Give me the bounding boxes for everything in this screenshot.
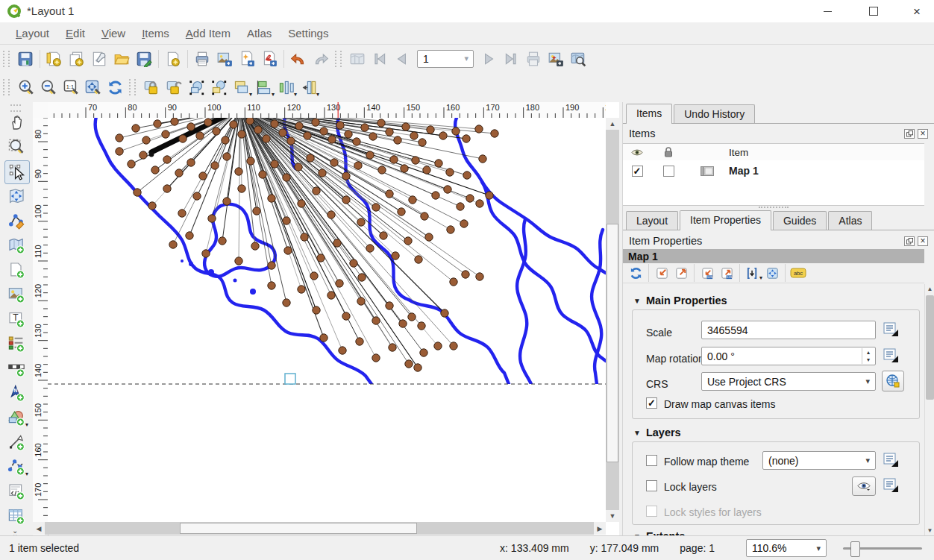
toolbar-drag-handle[interactable] bbox=[335, 51, 342, 67]
preview-atlas-button[interactable] bbox=[567, 48, 589, 70]
add-shape-button[interactable]: ▾ bbox=[4, 406, 28, 429]
items-list-row-map1[interactable]: ✓ Map 1 bbox=[623, 160, 924, 180]
zoom-actual-button[interactable]: 1:1 bbox=[59, 76, 81, 98]
pan-tool-button[interactable] bbox=[4, 111, 28, 133]
toolbar-drag-handle[interactable] bbox=[3, 79, 10, 95]
map-rotation-spinbox[interactable]: 0.00 ° ▴▾ bbox=[701, 347, 876, 365]
layers-section-header[interactable]: ▼ Layers bbox=[633, 427, 681, 438]
tab-guides[interactable]: Guides bbox=[773, 211, 827, 230]
tab-item-properties[interactable]: Item Properties bbox=[680, 210, 771, 230]
save-project-button[interactable] bbox=[14, 48, 37, 70]
zoom-to-map-extent-button[interactable] bbox=[652, 264, 671, 282]
atlas-first-feature-button[interactable] bbox=[369, 48, 391, 70]
ungroup-items-button[interactable] bbox=[207, 76, 230, 98]
select-move-item-tool-button[interactable] bbox=[4, 160, 30, 184]
layout-canvas[interactable] bbox=[48, 118, 606, 522]
float-panel-icon[interactable] bbox=[904, 129, 915, 139]
align-items-button[interactable]: ▾ bbox=[252, 76, 275, 98]
layer-visibility-eye-button[interactable] bbox=[852, 476, 876, 496]
crs-combo[interactable]: Use Project CRS ▾ bbox=[701, 372, 876, 391]
undo-button[interactable] bbox=[287, 48, 310, 70]
add-label-button[interactable]: T bbox=[4, 308, 28, 330]
atlas-last-feature-button[interactable] bbox=[500, 48, 522, 70]
zoom-tool-button[interactable] bbox=[4, 136, 28, 158]
refresh-map-button[interactable] bbox=[626, 264, 645, 282]
scale-data-defined-button[interactable] bbox=[882, 321, 901, 339]
theme-data-defined-button[interactable] bbox=[882, 452, 901, 470]
scroll-right-icon[interactable]: ▶ bbox=[594, 522, 606, 535]
menu-item-atlas[interactable]: Atlas bbox=[239, 24, 280, 43]
refresh-view-button[interactable] bbox=[104, 76, 126, 98]
add-node-item-button[interactable]: ▾ bbox=[4, 456, 28, 478]
item-visibility-checkbox[interactable]: ✓ bbox=[632, 166, 643, 177]
close-panel-icon[interactable]: × bbox=[918, 129, 928, 139]
edit-nodes-tool-button[interactable] bbox=[4, 210, 28, 232]
menu-item-layout[interactable]: Layout bbox=[7, 24, 57, 43]
view-extent-in-canvas-button[interactable]: 123 bbox=[717, 264, 736, 282]
menu-item-add-item[interactable]: Add Item bbox=[178, 24, 239, 43]
open-template-button[interactable] bbox=[110, 48, 133, 70]
select-crs-button[interactable] bbox=[882, 371, 904, 391]
unlock-items-button[interactable] bbox=[163, 76, 185, 98]
zoom-out-button[interactable] bbox=[37, 76, 59, 98]
scale-input[interactable]: 3465594 bbox=[701, 321, 876, 339]
float-panel-icon[interactable] bbox=[904, 236, 915, 246]
lock-layers-checkbox[interactable] bbox=[646, 480, 657, 491]
atlas-feature-combo[interactable]: 1 ▾ bbox=[417, 50, 474, 68]
set-extent-to-scale-button[interactable]: 123 bbox=[698, 264, 717, 282]
vertical-scroll-thumb[interactable] bbox=[607, 224, 618, 462]
lock-layers-data-defined-button[interactable] bbox=[882, 477, 901, 495]
redo-button[interactable] bbox=[310, 48, 332, 70]
interactive-extent-button[interactable]: ▾ bbox=[743, 264, 762, 282]
properties-scroll-thumb[interactable] bbox=[926, 295, 934, 400]
export-atlas-image-button[interactable] bbox=[545, 48, 567, 70]
add-3d-map-button[interactable] bbox=[4, 259, 28, 281]
export-image-button[interactable] bbox=[213, 48, 236, 70]
add-attribute-table-button[interactable] bbox=[4, 505, 28, 527]
scroll-down-icon[interactable]: ▼ bbox=[606, 510, 619, 522]
set-map-extent-button[interactable] bbox=[671, 264, 691, 282]
menu-item-settings[interactable]: Settings bbox=[280, 24, 336, 43]
add-legend-button[interactable] bbox=[4, 333, 28, 355]
tab-layout[interactable]: Layout bbox=[626, 211, 678, 230]
zoom-full-button[interactable] bbox=[81, 76, 104, 98]
main-properties-section-header[interactable]: ▼ Main Properties bbox=[633, 295, 727, 306]
duplicate-layout-button[interactable] bbox=[66, 48, 88, 70]
move-map-content-button[interactable] bbox=[762, 264, 782, 282]
print-atlas-button[interactable] bbox=[522, 48, 545, 70]
atlas-next-feature-button[interactable] bbox=[477, 48, 500, 70]
labeling-settings-button[interactable]: abc bbox=[789, 264, 808, 282]
zoom-slider-handle[interactable] bbox=[850, 541, 860, 557]
scroll-up-icon[interactable]: ▲ bbox=[606, 118, 619, 130]
add-arrow-button[interactable] bbox=[4, 431, 28, 453]
scroll-down-icon[interactable]: ▼ bbox=[925, 526, 934, 535]
lock-items-button[interactable] bbox=[140, 76, 163, 98]
export-svg-button[interactable] bbox=[236, 48, 258, 70]
scroll-up-icon[interactable]: ▲ bbox=[925, 284, 934, 294]
close-panel-icon[interactable]: × bbox=[918, 236, 928, 246]
atlas-settings-button[interactable] bbox=[346, 48, 369, 70]
item-lock-checkbox[interactable] bbox=[663, 166, 674, 177]
add-north-arrow-button[interactable]: N bbox=[4, 382, 28, 404]
add-picture-button[interactable] bbox=[4, 283, 28, 306]
extents-section-header[interactable]: ▼ Extents bbox=[633, 530, 685, 535]
add-html-button[interactable] bbox=[4, 480, 28, 503]
map-item[interactable] bbox=[48, 118, 606, 522]
new-layout-button[interactable] bbox=[43, 48, 66, 70]
map-theme-combo[interactable]: (none) ▾ bbox=[762, 451, 876, 470]
add-pages-button[interactable] bbox=[162, 48, 184, 70]
zoom-slider[interactable] bbox=[843, 547, 922, 550]
resize-items-button[interactable]: ▾ bbox=[297, 76, 319, 98]
group-items-button[interactable] bbox=[185, 76, 207, 98]
toolbar-drag-handle[interactable] bbox=[3, 51, 10, 67]
close-button[interactable]: × bbox=[900, 0, 934, 22]
spin-buttons[interactable]: ▴▾ bbox=[862, 348, 874, 364]
scroll-left-icon[interactable]: ◀ bbox=[33, 522, 45, 535]
print-button[interactable] bbox=[191, 48, 213, 70]
maximize-button[interactable] bbox=[856, 0, 891, 22]
menu-item-edit[interactable]: Edit bbox=[57, 24, 93, 43]
canvas-horizontal-scrollbar[interactable]: ◀ ▶ bbox=[33, 522, 606, 535]
rotation-data-defined-button[interactable] bbox=[882, 347, 901, 365]
minimize-button[interactable] bbox=[810, 0, 844, 22]
move-content-tool-button[interactable] bbox=[4, 185, 28, 207]
